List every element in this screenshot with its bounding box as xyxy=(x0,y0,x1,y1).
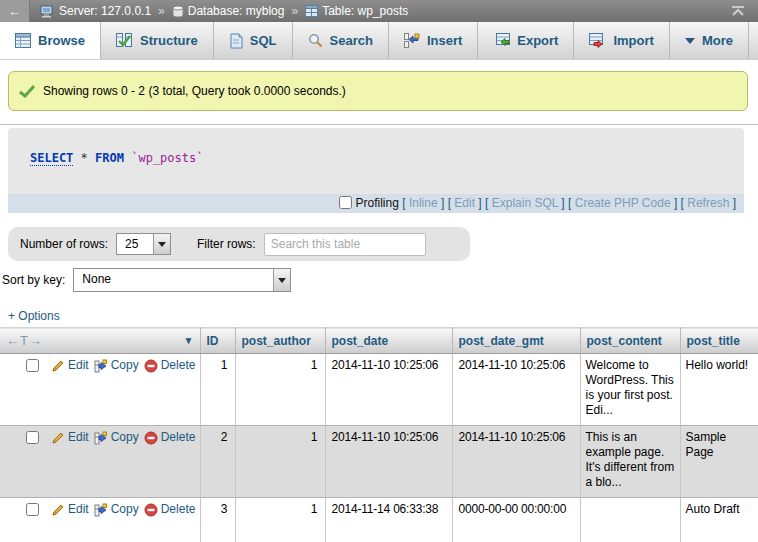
tab-import-label: Import xyxy=(613,33,653,48)
cell-post-content[interactable] xyxy=(580,498,680,542)
database-icon xyxy=(172,5,184,18)
sort-by-key-select[interactable]: None xyxy=(73,268,291,292)
breadcrumb: Server: 127.0.0.1 » Database: myblog » T… xyxy=(40,4,408,18)
copy-row-link[interactable]: Copy xyxy=(94,358,139,373)
sql-icon xyxy=(229,33,243,49)
tab-import[interactable]: Import xyxy=(574,22,669,59)
cell-post-author[interactable]: 1 xyxy=(235,498,325,542)
back-arrow-icon: ← xyxy=(8,4,21,19)
table-row: Edit Copy Delete 1 1 2014-11-10 10:25:06… xyxy=(0,354,758,426)
cell-id[interactable]: 2 xyxy=(200,426,235,498)
table-row: Edit Copy Delete 3 1 2014-11-14 06:33:38… xyxy=(0,498,758,542)
breadcrumb-bar: ← Server: 127.0.0.1 » Database: myblog »… xyxy=(0,0,758,22)
sort-by-key-label: Sort by key: xyxy=(2,273,65,287)
tab-bar: Browse Structure SQL Search Insert Expor… xyxy=(0,22,758,60)
column-header-post-content[interactable]: post_content xyxy=(580,328,680,354)
breadcrumb-separator: » xyxy=(291,4,298,18)
column-header-id[interactable]: ID xyxy=(200,328,235,354)
back-button[interactable]: ← xyxy=(0,0,30,22)
tab-search[interactable]: Search xyxy=(293,22,389,59)
create-php-code-link[interactable]: Create PHP Code xyxy=(575,196,671,210)
breadcrumb-separator: » xyxy=(158,4,165,18)
success-message-text: Showing rows 0 - 2 (3 total, Query took … xyxy=(43,84,346,98)
cell-post-content[interactable]: This is an example page. It's different … xyxy=(580,426,680,498)
copy-row-link[interactable]: Copy xyxy=(94,430,139,445)
row-actions-cell: Edit Copy Delete xyxy=(0,354,200,426)
copy-row-link[interactable]: Copy xyxy=(94,502,139,517)
divider xyxy=(0,124,758,125)
structure-icon xyxy=(116,33,133,48)
bracket: [ xyxy=(485,196,488,210)
tab-structure[interactable]: Structure xyxy=(101,22,214,59)
cell-post-title[interactable]: Hello world! xyxy=(680,354,758,426)
cell-post-date[interactable]: 2014-11-10 10:25:06 xyxy=(325,354,452,426)
breadcrumb-table[interactable]: Table: wp_posts xyxy=(305,4,408,18)
tab-more[interactable]: More xyxy=(670,22,749,59)
filter-rows-label: Filter rows: xyxy=(197,237,256,251)
tab-insert[interactable]: Insert xyxy=(389,22,478,59)
copy-icon xyxy=(94,503,108,517)
cell-post-content[interactable]: Welcome to WordPress. This is your first… xyxy=(580,354,680,426)
cell-post-title[interactable]: Sample Page xyxy=(680,426,758,498)
edit-row-link[interactable]: Edit xyxy=(51,502,89,517)
cell-post-date-gmt[interactable]: 2014-11-10 10:25:06 xyxy=(452,354,580,426)
tab-browse[interactable]: Browse xyxy=(0,22,101,59)
copy-label: Copy xyxy=(111,502,139,517)
number-of-rows-label: Number of rows: xyxy=(20,237,108,251)
column-header-post-date[interactable]: post_date xyxy=(325,328,452,354)
chevron-down-icon xyxy=(685,38,695,49)
bracket: ] xyxy=(561,196,564,210)
sql-keyword-from: FROM xyxy=(95,151,124,165)
number-of-rows-select[interactable]: 25 xyxy=(116,233,171,255)
collapse-to-top-button[interactable] xyxy=(730,5,746,17)
row-checkbox[interactable] xyxy=(26,431,39,444)
profiling-checkbox[interactable] xyxy=(339,196,352,209)
refresh-link[interactable]: Refresh xyxy=(687,196,729,210)
delete-label: Delete xyxy=(161,502,196,517)
column-header-post-date-gmt[interactable]: post_date_gmt xyxy=(452,328,580,354)
row-checkbox[interactable] xyxy=(26,503,39,516)
tab-sql[interactable]: SQL xyxy=(214,22,293,59)
row-checkbox[interactable] xyxy=(26,359,39,372)
cell-id[interactable]: 1 xyxy=(200,354,235,426)
table-icon xyxy=(305,5,318,17)
pencil-icon xyxy=(51,359,65,373)
column-header-post-title[interactable]: post_title xyxy=(680,328,758,354)
bracket: [ xyxy=(402,196,405,210)
cell-post-date-gmt[interactable]: 2014-11-10 10:25:06 xyxy=(452,426,580,498)
sort-row: Sort by key: None xyxy=(2,268,758,292)
edit-row-link[interactable]: Edit xyxy=(51,430,89,445)
cell-post-date[interactable]: 2014-11-14 06:33:38 xyxy=(325,498,452,542)
copy-label: Copy xyxy=(111,430,139,445)
insert-icon xyxy=(404,33,420,48)
breadcrumb-database[interactable]: Database: myblog xyxy=(172,4,285,18)
explain-sql-link[interactable]: Explain SQL xyxy=(492,196,558,210)
column-header-post-author[interactable]: post_author xyxy=(235,328,325,354)
inline-link[interactable]: Inline xyxy=(409,196,438,210)
edit-row-link[interactable]: Edit xyxy=(51,358,89,373)
cell-post-title[interactable]: Auto Draft xyxy=(680,498,758,542)
delete-row-link[interactable]: Delete xyxy=(144,502,196,517)
filter-rows-input[interactable] xyxy=(264,233,426,256)
tab-search-label: Search xyxy=(330,33,373,48)
cell-post-author[interactable]: 1 xyxy=(235,354,325,426)
tab-export-label: Export xyxy=(517,33,558,48)
tab-structure-label: Structure xyxy=(140,33,198,48)
delete-row-link[interactable]: Delete xyxy=(144,430,196,445)
cell-post-author[interactable]: 1 xyxy=(235,426,325,498)
sort-dropdown-icon[interactable]: ▼ xyxy=(184,335,194,346)
cell-id[interactable]: 3 xyxy=(200,498,235,542)
dropdown-arrow-icon xyxy=(273,269,290,291)
browse-icon xyxy=(15,33,31,48)
edit-query-link[interactable]: Edit xyxy=(454,196,475,210)
tab-export[interactable]: Export xyxy=(478,22,574,59)
success-message: Showing rows 0 - 2 (3 total, Query took … xyxy=(8,71,748,111)
cell-post-date[interactable]: 2014-11-10 10:25:06 xyxy=(325,426,452,498)
delete-row-link[interactable]: Delete xyxy=(144,358,196,373)
export-icon xyxy=(493,33,510,48)
breadcrumb-server[interactable]: Server: 127.0.0.1 xyxy=(40,4,151,18)
sql-query-box: SELECT * FROM `wp_posts` Profiling [ Inl… xyxy=(8,128,744,213)
delete-icon xyxy=(144,359,158,373)
options-toggle[interactable]: + Options xyxy=(8,309,60,323)
cell-post-date-gmt[interactable]: 0000-00-00 00:00:00 xyxy=(452,498,580,542)
